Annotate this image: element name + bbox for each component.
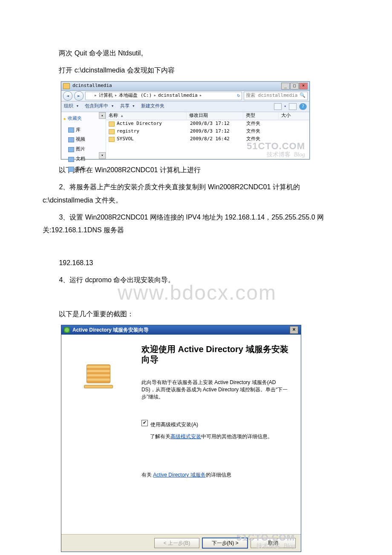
sort-asc-icon: ▲ <box>121 113 123 119</box>
nav-back-button[interactable]: ◄ <box>63 91 72 101</box>
file-row[interactable]: registry 2009/8/3 17:12 文件夹 <box>106 128 309 136</box>
paragraph: 以下是几个重要的截图： <box>43 308 352 321</box>
picture-icon <box>68 147 74 152</box>
ad-ds-info-link[interactable]: Active Directory 域服务 <box>153 472 205 478</box>
paragraph: 3、设置 Win2008R2CNDC01 网络连接的 IPV4 地址为 192.… <box>43 211 352 237</box>
nav-item-libraries[interactable]: 库 <box>63 125 104 135</box>
help-icon[interactable]: ? <box>299 103 307 110</box>
nav-item-pictures[interactable]: 图片 <box>63 145 104 154</box>
back-button: < 上一步(B) <box>154 538 199 548</box>
toolbar: 组织 ▾ 包含到库中 ▾ 共享 ▾ 新建文件夹 ▾ ? <box>61 101 309 112</box>
breadcrumb[interactable]: ▸ 计算机 ▸ 本地磁盘 (C:) ▸ dcinstallmedia ▸ ↻ <box>85 92 242 100</box>
paragraph: 打开 c:\dcinstallmedia 会发现如下内容 <box>43 64 352 77</box>
search-placeholder: 搜索 dcinstallmedia <box>246 91 297 100</box>
search-input[interactable]: 搜索 dcinstallmedia 🔍 <box>244 92 308 100</box>
wizard-heading: 欢迎使用 Active Directory 域服务安装向导 <box>141 344 290 364</box>
advanced-mode-link[interactable]: 高级模式安装 <box>170 434 201 439</box>
advanced-mode-label: 使用高级模式安装(A) <box>150 420 198 430</box>
folder-icon <box>109 137 115 142</box>
navigation-pane: ▴ ★ 收藏夹 库 视频 图片 文档 音乐 ▾ <box>61 112 106 159</box>
close-button[interactable]: × <box>299 83 308 90</box>
refresh-icon[interactable]: ↻ <box>237 91 240 100</box>
maximize-button[interactable]: □ <box>290 83 299 90</box>
column-date[interactable]: 修改日期 <box>187 112 243 120</box>
wizard-description: 此向导有助于在该服务器上安装 Active Directory 域服务(AD D… <box>141 379 290 400</box>
document-icon <box>68 157 74 162</box>
folder-icon <box>87 94 92 98</box>
file-explorer-window: dcinstallmedia _ □ × ◄ ► ▸ 计算机 ▸ 本地磁盘 (C… <box>61 81 310 159</box>
advanced-mode-checkbox[interactable]: ✔ <box>141 420 148 426</box>
toolbar-share[interactable]: 共享 ▾ <box>120 102 135 111</box>
search-icon: 🔍 <box>300 91 306 100</box>
video-icon <box>68 137 74 142</box>
toolbar-include[interactable]: 包含到库中 ▾ <box>85 102 114 111</box>
toolbar-newfolder[interactable]: 新建文件夹 <box>141 102 164 111</box>
dialog-titlebar[interactable]: Active Directory 域服务安装向导 × <box>61 325 301 335</box>
scroll-down-button[interactable]: ▾ <box>99 152 106 159</box>
paragraph: 两次 Quit 命令退出 Ntdsutil。 <box>43 47 352 60</box>
chevron-down-icon[interactable]: ▾ <box>284 103 286 110</box>
window-titlebar[interactable]: dcinstallmedia _ □ × <box>61 82 309 91</box>
breadcrumb-item[interactable]: 本地磁盘 (C:) <box>119 91 152 100</box>
file-row[interactable]: Active Directory 2009/8/3 17:12 文件夹 <box>106 120 309 128</box>
folder-icon <box>109 121 115 127</box>
minimize-button[interactable]: _ <box>281 83 290 90</box>
nav-forward-button[interactable]: ► <box>74 91 84 101</box>
ad-ds-info: 有关 Active Directory 域服务的详细信息 <box>141 470 290 480</box>
breadcrumb-item[interactable]: dcinstallmedia <box>158 91 198 100</box>
nav-item-documents[interactable]: 文档 <box>63 154 104 164</box>
next-button[interactable]: 下一步(N) > <box>202 538 248 549</box>
column-name[interactable]: 名称 ▲ <box>106 112 187 120</box>
preview-pane-icon[interactable] <box>289 103 297 110</box>
advanced-mode-description: 了解有关高级模式安装中可用的其他选项的详细信息。 <box>150 433 290 440</box>
nav-item-videos[interactable]: 视频 <box>63 135 104 145</box>
close-button[interactable]: × <box>290 326 298 334</box>
book-illustration <box>84 364 113 388</box>
wizard-icon <box>64 327 70 333</box>
star-icon: ★ <box>63 114 66 124</box>
wizard-banner <box>61 335 135 534</box>
nav-item-music[interactable]: 音乐 <box>63 164 104 174</box>
toolbar-organize[interactable]: 组织 ▾ <box>64 102 79 111</box>
address-bar: ◄ ► ▸ 计算机 ▸ 本地磁盘 (C:) ▸ dcinstallmedia ▸… <box>61 91 309 101</box>
column-type[interactable]: 类型 <box>243 112 279 120</box>
paragraph: 4、运行 dcpromo 命令出现安装向导。 <box>43 274 352 286</box>
paragraph: 2、将服务器上产生的安装介质文件夹直接复制到 Win2008R2CNDC01 计… <box>43 181 352 207</box>
paragraph: 192.168.13 <box>43 257 352 269</box>
folder-icon <box>63 83 70 89</box>
scroll-up-button[interactable]: ▴ <box>99 112 106 119</box>
folder-icon <box>109 129 115 134</box>
ad-ds-install-wizard: Active Directory 域服务安装向导 × 欢迎使用 Active D… <box>61 325 301 552</box>
column-headers: 名称 ▲ 修改日期 类型 大小 <box>106 112 309 120</box>
file-list: 名称 ▲ 修改日期 类型 大小 Active Directory 2009/8/… <box>106 112 309 159</box>
favorites-header[interactable]: ★ 收藏夹 <box>63 114 104 124</box>
wizard-footer: < 上一步(B) 下一步(N) > 取消 <box>61 534 301 552</box>
cancel-button[interactable]: 取消 <box>251 538 296 548</box>
column-size[interactable]: 大小 <box>279 112 309 120</box>
view-options-icon[interactable] <box>274 103 282 110</box>
window-title: dcinstallmedia <box>72 81 112 90</box>
file-row[interactable]: SYSVOL 2009/8/2 16:42 文件夹 <box>106 136 309 143</box>
library-icon <box>68 127 74 133</box>
music-icon <box>68 167 74 172</box>
breadcrumb-item[interactable]: 计算机 <box>99 91 113 100</box>
dialog-title: Active Directory 域服务安装向导 <box>72 325 149 335</box>
